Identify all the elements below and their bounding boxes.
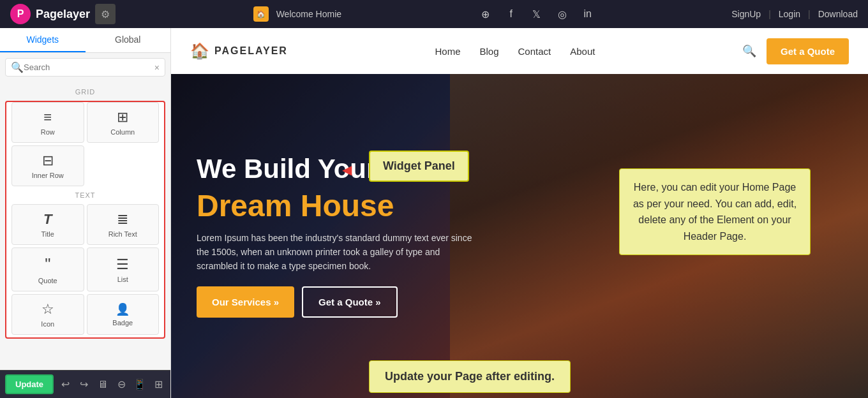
quote-label: Quote [38, 277, 57, 284]
widget-grid: ≡ Row ⊞ Column ⊟ Inner Row TEXT T Title [5, 101, 165, 339]
tab-widgets[interactable]: Widgets [0, 28, 86, 52]
widget-column[interactable]: ⊞ Column [87, 102, 160, 143]
sidebar: Widgets Global 🔍 × GRID ≡ Row ⊞ Column ⊟ [0, 28, 171, 398]
top-bar: P Pagelayer ⚙ 🏠 Welcome Homie ⊕ f 𝕏 ◎ in… [0, 0, 868, 28]
icon-label: Icon [41, 320, 54, 328]
widget-row[interactable]: ≡ Row [11, 102, 84, 143]
list-icon: ☰ [116, 256, 129, 273]
linkedin-icon[interactable]: in [581, 8, 594, 20]
edit-page-tooltip-text: Here, you can edit your Home Page as per… [633, 182, 797, 242]
top-bar-left: P Pagelayer ⚙ [10, 4, 116, 24]
social-icons: ⊕ f 𝕏 ◎ in [479, 8, 594, 20]
top-bar-right: SignUp | Login | Download [731, 9, 858, 19]
website-logo: 🏠 PAGELAYER [190, 42, 288, 60]
signup-link[interactable]: SignUp [731, 9, 761, 19]
website-header: 🏠 PAGELAYER Home Blog Contact About 🔍 Ge… [171, 28, 868, 74]
icon-icon: ☆ [41, 301, 54, 318]
login-link[interactable]: Login [779, 9, 800, 19]
bottom-bar: Update ↩ ↪ 🖥 ⊖ 📱 ⊞ [0, 370, 170, 398]
red-arrow-icon: ◀ [342, 162, 352, 177]
widget-panel-tooltip: Widget Panel [369, 151, 469, 182]
download-link[interactable]: Download [818, 9, 858, 19]
inner-row-label: Inner Row [32, 172, 64, 179]
instagram-icon[interactable]: ◎ [556, 8, 569, 20]
widget-panel-tooltip-text: Widget Panel [383, 159, 455, 172]
divider: | [768, 9, 771, 19]
title-icon: T [43, 211, 52, 228]
site-icon: 🏠 [253, 6, 269, 22]
widgets-content: GRID ≡ Row ⊞ Column ⊟ Inner Row TEXT T [0, 82, 170, 370]
grid-view-button[interactable]: ⊞ [152, 376, 165, 394]
edit-page-tooltip: Here, you can edit your Home Page as per… [619, 168, 811, 255]
website-header-right: 🔍 Get a Quote [742, 38, 849, 64]
widget-badge[interactable]: 👤 Badge [87, 294, 160, 335]
widget-icon[interactable]: ☆ Icon [11, 294, 84, 335]
text-section-label: TEXT [11, 189, 159, 202]
search-bar: 🔍 × [5, 58, 165, 77]
tablet-view-button[interactable]: ⊖ [115, 376, 128, 394]
nav-blog[interactable]: Blog [479, 46, 498, 57]
sidebar-tabs: Widgets Global [0, 28, 170, 53]
facebook-icon[interactable]: f [505, 8, 518, 20]
top-bar-center: 🏠 Welcome Homie [253, 6, 341, 22]
badge-label: Badge [112, 319, 133, 327]
rich-text-icon: ≣ [117, 211, 128, 228]
nav-about[interactable]: About [570, 46, 595, 57]
column-icon: ⊞ [117, 109, 128, 126]
quote-icon: " [45, 254, 50, 274]
main-layout: Widgets Global 🔍 × GRID ≡ Row ⊞ Column ⊟ [0, 28, 868, 398]
row-icon: ≡ [43, 109, 52, 126]
header-quote-button[interactable]: Get a Quote [767, 38, 849, 64]
hero-buttons: Our Services » Get a Quote » [197, 286, 477, 318]
search-icon: 🔍 [11, 61, 24, 73]
update-page-tooltip: Update your Page after editing. [369, 360, 571, 393]
header-search-icon[interactable]: 🔍 [742, 44, 756, 58]
services-button[interactable]: Our Services » [197, 286, 294, 318]
divider2: | [808, 9, 811, 19]
update-button[interactable]: Update [5, 374, 54, 394]
update-page-tooltip-text: Update your Page after editing. [385, 370, 555, 383]
site-name: Welcome Homie [276, 9, 341, 19]
mobile-view-button[interactable]: 📱 [133, 376, 147, 394]
website-nav: Home Blog Contact About [435, 46, 595, 57]
widget-title[interactable]: T Title [11, 204, 84, 245]
website-logo-text: PAGELAYER [214, 45, 288, 57]
gear-icon[interactable]: ⚙ [95, 4, 116, 24]
widget-inner-row[interactable]: ⊟ Inner Row [11, 145, 84, 186]
widget-list[interactable]: ☰ List [87, 247, 160, 291]
quote-button[interactable]: Get a Quote » [302, 286, 398, 318]
badge-icon: 👤 [116, 302, 130, 316]
dribbble-icon[interactable]: ⊕ [479, 8, 492, 20]
undo-button[interactable]: ↩ [59, 376, 72, 394]
search-input[interactable] [24, 63, 154, 72]
inner-row-icon: ⊟ [42, 152, 54, 169]
pagelayer-logo: P Pagelayer [10, 4, 90, 24]
widget-rich-text[interactable]: ≣ Rich Text [87, 204, 160, 245]
logo-text: Pagelayer [36, 8, 90, 21]
rich-text-label: Rich Text [108, 230, 137, 238]
tab-global[interactable]: Global [86, 28, 171, 52]
column-label: Column [110, 128, 135, 136]
desktop-view-button[interactable]: 🖥 [96, 376, 109, 394]
preview-area: 🏠 PAGELAYER Home Blog Contact About 🔍 Ge… [171, 28, 868, 398]
twitter-icon[interactable]: 𝕏 [530, 8, 543, 20]
widget-quote[interactable]: " Quote [11, 247, 84, 291]
list-label: List [117, 276, 128, 283]
nav-home[interactable]: Home [435, 46, 460, 57]
hero-text: Lorem Ipsum has been the industry's stan… [197, 231, 477, 274]
nav-contact[interactable]: Contact [518, 46, 551, 57]
grid-section-label: GRID [0, 84, 170, 98]
redo-button[interactable]: ↪ [77, 376, 91, 394]
website-logo-icon: 🏠 [190, 42, 209, 60]
hero-title-line2: Dream House [197, 188, 477, 223]
logo-icon: P [10, 4, 31, 24]
title-label: Title [41, 230, 54, 238]
arrow-indicator: ◀ [342, 162, 352, 177]
row-label: Row [41, 128, 55, 136]
clear-search-button[interactable]: × [154, 63, 160, 73]
